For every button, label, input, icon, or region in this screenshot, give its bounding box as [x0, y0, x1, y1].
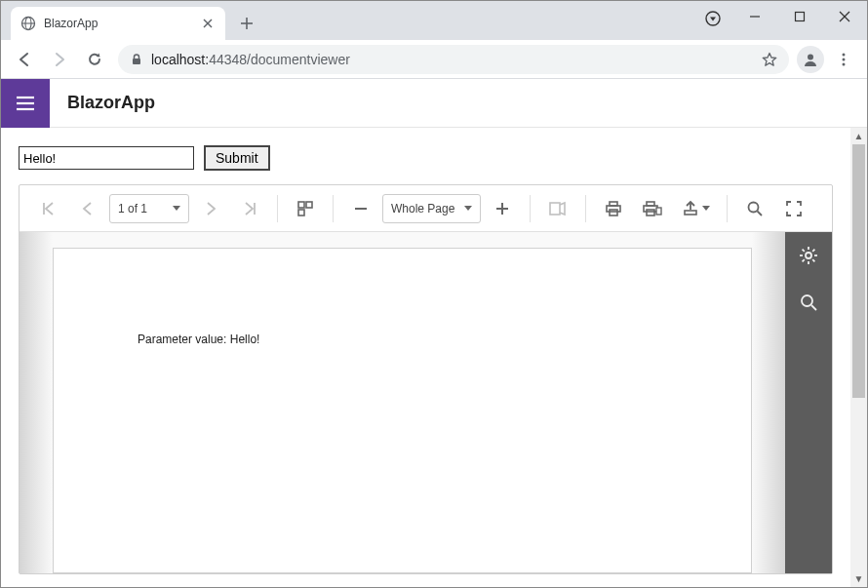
- zoom-out-button[interactable]: [343, 191, 378, 226]
- zoom-in-button[interactable]: [485, 191, 520, 226]
- svg-line-50: [812, 250, 814, 252]
- document-page[interactable]: Parameter value: Hello!: [53, 248, 752, 573]
- toolbar-separator: [585, 195, 586, 222]
- lock-icon: [130, 53, 143, 66]
- app-title: BlazorApp: [50, 93, 155, 113]
- settings-button[interactable]: [785, 232, 832, 279]
- svg-line-49: [803, 259, 805, 261]
- tab-title: BlazorApp: [44, 17, 200, 30]
- globe-icon: [20, 16, 36, 31]
- first-page-button[interactable]: [31, 191, 66, 226]
- reload-button[interactable]: [79, 44, 110, 75]
- chevron-down-icon: [173, 206, 180, 211]
- minimize-button[interactable]: [732, 1, 777, 32]
- fullscreen-button[interactable]: [776, 191, 811, 226]
- chevron-down-icon: [464, 206, 472, 211]
- url-text: localhost:44348/documentviewer: [151, 52, 350, 67]
- search-panel-button[interactable]: [785, 279, 832, 326]
- viewer-side-panel: [785, 232, 832, 573]
- svg-point-42: [806, 253, 811, 258]
- toolbar-separator: [277, 195, 278, 222]
- account-indicator-icon[interactable]: [705, 11, 721, 26]
- page-selector[interactable]: 1 of 1: [109, 194, 189, 223]
- print-page-button[interactable]: [635, 191, 670, 226]
- page-shadow: [20, 232, 53, 573]
- svg-line-48: [812, 259, 814, 261]
- prev-page-button[interactable]: [70, 191, 105, 226]
- print-button[interactable]: [596, 191, 631, 226]
- svg-rect-37: [656, 208, 661, 215]
- svg-marker-8: [710, 18, 716, 21]
- url-bar[interactable]: localhost:44348/documentviewer: [118, 45, 789, 74]
- close-window-button[interactable]: [822, 1, 867, 32]
- back-button[interactable]: [9, 44, 40, 75]
- document-viewer: 1 of 1 Whole Page Parameter value: Hello…: [19, 184, 833, 574]
- svg-point-40: [749, 202, 759, 212]
- scroll-up-icon[interactable]: ▲: [850, 128, 867, 144]
- menu-button[interactable]: [828, 44, 859, 75]
- svg-point-16: [843, 53, 846, 56]
- next-page-button[interactable]: [193, 191, 228, 226]
- submit-button[interactable]: Submit: [204, 145, 270, 171]
- toolbar-separator: [727, 195, 728, 222]
- multipage-toggle-button[interactable]: [288, 191, 323, 226]
- zoom-selector[interactable]: Whole Page: [382, 194, 481, 223]
- svg-rect-32: [607, 206, 620, 212]
- svg-rect-10: [796, 13, 805, 21]
- tab-bar: BlazorApp: [1, 1, 867, 40]
- document-text: Parameter value: Hello!: [138, 333, 259, 346]
- svg-rect-26: [298, 210, 304, 216]
- scrollbar-thumb[interactable]: [852, 144, 865, 398]
- svg-rect-36: [647, 210, 654, 216]
- svg-point-51: [802, 295, 812, 306]
- svg-rect-25: [306, 202, 312, 208]
- parameter-input[interactable]: [19, 146, 194, 170]
- chevron-down-icon: [702, 206, 710, 211]
- search-button[interactable]: [737, 191, 772, 226]
- toolbar-separator: [333, 195, 334, 222]
- svg-rect-24: [298, 202, 304, 208]
- maximize-button[interactable]: [777, 1, 822, 32]
- svg-point-17: [843, 58, 846, 60]
- svg-point-15: [808, 54, 813, 59]
- page-content: Submit 1 of 1 Whole Page: [1, 128, 867, 587]
- viewer-toolbar: 1 of 1 Whole Page: [20, 185, 832, 232]
- bookmark-icon[interactable]: [762, 52, 777, 67]
- forward-button[interactable]: [44, 44, 75, 75]
- address-bar: localhost:44348/documentviewer: [1, 40, 867, 79]
- svg-point-18: [843, 62, 846, 65]
- page-selector-label: 1 of 1: [118, 202, 147, 216]
- toolbar-separator: [530, 195, 531, 222]
- profile-avatar[interactable]: [797, 46, 824, 73]
- svg-rect-30: [550, 203, 560, 215]
- window-controls: [732, 1, 867, 32]
- svg-line-41: [758, 211, 763, 216]
- svg-rect-35: [644, 206, 657, 212]
- browser-chrome: BlazorApp localhost:44348/documentviewer: [1, 1, 867, 79]
- browser-tab[interactable]: BlazorApp: [11, 7, 225, 40]
- app-header: BlazorApp: [1, 79, 867, 128]
- svg-rect-38: [685, 211, 696, 215]
- scrollbar-track[interactable]: [850, 144, 867, 570]
- parameter-form: Submit: [19, 145, 833, 171]
- export-button[interactable]: [674, 191, 717, 226]
- hamburger-menu-button[interactable]: [1, 79, 50, 128]
- highlight-fields-button[interactable]: [540, 191, 575, 226]
- close-icon[interactable]: [200, 16, 216, 31]
- svg-rect-14: [133, 59, 140, 64]
- viewer-body: Parameter value: Hello!: [20, 232, 785, 573]
- svg-rect-33: [610, 210, 617, 216]
- last-page-button[interactable]: [232, 191, 267, 226]
- page-shadow: [752, 232, 785, 573]
- svg-line-52: [811, 305, 816, 310]
- zoom-selector-label: Whole Page: [391, 202, 454, 216]
- new-tab-button[interactable]: [233, 10, 260, 37]
- vertical-scrollbar[interactable]: ▲ ▼: [850, 128, 867, 587]
- svg-line-47: [803, 250, 805, 252]
- scroll-down-icon[interactable]: ▼: [850, 570, 867, 587]
